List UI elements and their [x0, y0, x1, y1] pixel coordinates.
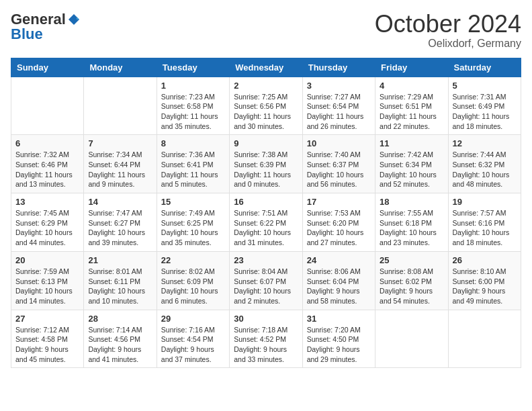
calendar-week-row: 20Sunrise: 7:59 AMSunset: 6:13 PMDayligh…	[11, 251, 521, 310]
calendar-week-row: 6Sunrise: 7:32 AMSunset: 6:46 PMDaylight…	[11, 135, 521, 193]
day-number: 3	[307, 81, 371, 91]
day-number: 1	[161, 81, 225, 91]
day-info: Sunrise: 7:44 AMSunset: 6:32 PMDaylight:…	[453, 150, 517, 189]
day-info: Sunrise: 7:18 AMSunset: 4:52 PMDaylight:…	[234, 325, 298, 365]
day-number: 12	[453, 138, 517, 148]
logo: General Blue	[11, 11, 82, 43]
day-info: Sunrise: 7:57 AMSunset: 6:16 PMDaylight:…	[453, 208, 517, 248]
day-info: Sunrise: 7:36 AMSunset: 6:41 PMDaylight:…	[161, 150, 225, 189]
calendar-cell: 18Sunrise: 7:55 AMSunset: 6:18 PMDayligh…	[375, 193, 448, 252]
calendar-cell: 21Sunrise: 8:01 AMSunset: 6:11 PMDayligh…	[84, 251, 157, 310]
day-number: 6	[15, 138, 79, 148]
day-info: Sunrise: 7:27 AMSunset: 6:54 PMDaylight:…	[307, 92, 371, 132]
calendar-cell: 19Sunrise: 7:57 AMSunset: 6:16 PMDayligh…	[448, 193, 521, 252]
day-number: 8	[161, 138, 225, 148]
day-number: 10	[307, 138, 371, 148]
day-info: Sunrise: 7:23 AMSunset: 6:58 PMDaylight:…	[161, 92, 225, 132]
day-number: 13	[15, 197, 79, 207]
calendar-cell: 25Sunrise: 8:08 AMSunset: 6:02 PMDayligh…	[375, 251, 448, 310]
day-info: Sunrise: 7:49 AMSunset: 6:25 PMDaylight:…	[161, 208, 225, 248]
day-info: Sunrise: 8:10 AMSunset: 6:00 PMDaylight:…	[453, 267, 517, 306]
page-header: General Blue October 2024 Oelixdorf, Ger…	[11, 11, 521, 50]
weekday-header-tuesday: Tuesday	[157, 58, 229, 77]
day-info: Sunrise: 7:40 AMSunset: 6:37 PMDaylight:…	[307, 150, 371, 189]
calendar-cell: 9Sunrise: 7:38 AMSunset: 6:39 PMDaylight…	[230, 135, 302, 193]
weekday-header-sunday: Sunday	[11, 58, 84, 77]
location-title: Oelixdorf, Germany	[375, 38, 521, 50]
weekday-header-saturday: Saturday	[448, 58, 521, 77]
calendar-cell: 16Sunrise: 7:51 AMSunset: 6:22 PMDayligh…	[230, 193, 302, 252]
day-number: 29	[161, 314, 225, 324]
day-number: 21	[88, 255, 152, 265]
day-info: Sunrise: 7:20 AMSunset: 4:50 PMDaylight:…	[307, 325, 371, 365]
weekday-header-wednesday: Wednesday	[230, 58, 302, 77]
calendar-cell: 2Sunrise: 7:25 AMSunset: 6:56 PMDaylight…	[230, 77, 302, 135]
day-number: 14	[88, 197, 152, 207]
day-info: Sunrise: 7:14 AMSunset: 4:56 PMDaylight:…	[88, 325, 152, 365]
logo-blue: Blue	[11, 26, 43, 43]
calendar-cell: 20Sunrise: 7:59 AMSunset: 6:13 PMDayligh…	[11, 251, 84, 310]
day-info: Sunrise: 7:16 AMSunset: 4:54 PMDaylight:…	[161, 325, 225, 365]
day-info: Sunrise: 7:59 AMSunset: 6:13 PMDaylight:…	[15, 267, 79, 306]
day-number: 5	[453, 81, 517, 91]
day-info: Sunrise: 7:29 AMSunset: 6:51 PMDaylight:…	[380, 92, 443, 132]
day-number: 19	[453, 197, 517, 207]
day-info: Sunrise: 7:25 AMSunset: 6:56 PMDaylight:…	[234, 92, 298, 132]
calendar-cell: 23Sunrise: 8:04 AMSunset: 6:07 PMDayligh…	[230, 251, 302, 310]
weekday-header-monday: Monday	[84, 58, 157, 77]
calendar-cell	[448, 310, 521, 368]
calendar-cell: 1Sunrise: 7:23 AMSunset: 6:58 PMDaylight…	[157, 77, 229, 135]
calendar-cell: 13Sunrise: 7:45 AMSunset: 6:29 PMDayligh…	[11, 193, 84, 252]
day-number: 30	[234, 314, 298, 324]
day-info: Sunrise: 7:38 AMSunset: 6:39 PMDaylight:…	[234, 150, 298, 189]
calendar-cell: 10Sunrise: 7:40 AMSunset: 6:37 PMDayligh…	[302, 135, 375, 193]
day-number: 24	[307, 255, 371, 265]
day-info: Sunrise: 7:12 AMSunset: 4:58 PMDaylight:…	[15, 325, 79, 365]
day-info: Sunrise: 7:53 AMSunset: 6:20 PMDaylight:…	[307, 208, 371, 248]
calendar-cell: 26Sunrise: 8:10 AMSunset: 6:00 PMDayligh…	[448, 251, 521, 310]
calendar-week-row: 13Sunrise: 7:45 AMSunset: 6:29 PMDayligh…	[11, 193, 521, 252]
day-number: 27	[15, 314, 79, 324]
calendar-cell: 30Sunrise: 7:18 AMSunset: 4:52 PMDayligh…	[230, 310, 302, 368]
calendar-table: SundayMondayTuesdayWednesdayThursdayFrid…	[11, 58, 521, 369]
day-info: Sunrise: 8:08 AMSunset: 6:02 PMDaylight:…	[380, 267, 443, 306]
day-info: Sunrise: 8:01 AMSunset: 6:11 PMDaylight:…	[88, 267, 152, 306]
calendar-header-row: SundayMondayTuesdayWednesdayThursdayFrid…	[11, 58, 521, 77]
day-info: Sunrise: 8:04 AMSunset: 6:07 PMDaylight:…	[234, 267, 298, 306]
day-info: Sunrise: 7:55 AMSunset: 6:18 PMDaylight:…	[380, 208, 443, 248]
day-number: 22	[161, 255, 225, 265]
calendar-cell: 12Sunrise: 7:44 AMSunset: 6:32 PMDayligh…	[448, 135, 521, 193]
calendar-cell	[11, 77, 84, 135]
calendar-cell: 5Sunrise: 7:31 AMSunset: 6:49 PMDaylight…	[448, 77, 521, 135]
day-info: Sunrise: 7:34 AMSunset: 6:44 PMDaylight:…	[88, 150, 152, 189]
day-info: Sunrise: 7:31 AMSunset: 6:49 PMDaylight:…	[453, 92, 517, 132]
day-number: 9	[234, 138, 298, 148]
day-number: 4	[380, 81, 443, 91]
logo-icon	[67, 13, 81, 26]
calendar-week-row: 1Sunrise: 7:23 AMSunset: 6:58 PMDaylight…	[11, 77, 521, 135]
day-number: 20	[15, 255, 79, 265]
day-number: 25	[380, 255, 443, 265]
calendar-cell: 28Sunrise: 7:14 AMSunset: 4:56 PMDayligh…	[84, 310, 157, 368]
calendar-cell	[375, 310, 448, 368]
day-info: Sunrise: 7:32 AMSunset: 6:46 PMDaylight:…	[15, 150, 79, 189]
calendar-cell: 17Sunrise: 7:53 AMSunset: 6:20 PMDayligh…	[302, 193, 375, 252]
day-number: 18	[380, 197, 443, 207]
weekday-header-thursday: Thursday	[302, 58, 375, 77]
month-title: October 2024	[375, 11, 521, 38]
calendar-cell	[84, 77, 157, 135]
day-number: 16	[234, 197, 298, 207]
calendar-cell: 7Sunrise: 7:34 AMSunset: 6:44 PMDaylight…	[84, 135, 157, 193]
day-number: 7	[88, 138, 152, 148]
calendar-cell: 29Sunrise: 7:16 AMSunset: 4:54 PMDayligh…	[157, 310, 229, 368]
calendar-week-row: 27Sunrise: 7:12 AMSunset: 4:58 PMDayligh…	[11, 310, 521, 368]
day-number: 31	[307, 314, 371, 324]
calendar-cell: 3Sunrise: 7:27 AMSunset: 6:54 PMDaylight…	[302, 77, 375, 135]
calendar-cell: 6Sunrise: 7:32 AMSunset: 6:46 PMDaylight…	[11, 135, 84, 193]
calendar-cell: 22Sunrise: 8:02 AMSunset: 6:09 PMDayligh…	[157, 251, 229, 310]
day-number: 11	[380, 138, 443, 148]
day-info: Sunrise: 7:42 AMSunset: 6:34 PMDaylight:…	[380, 150, 443, 189]
day-number: 15	[161, 197, 225, 207]
day-number: 28	[88, 314, 152, 324]
weekday-header-friday: Friday	[375, 58, 448, 77]
